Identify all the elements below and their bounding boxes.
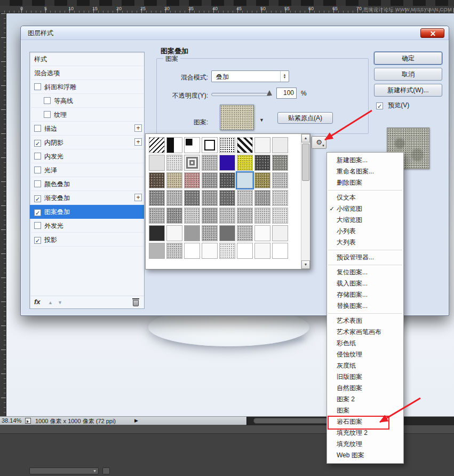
menu-item[interactable]: 大缩览图 bbox=[327, 215, 403, 226]
scroll-down-icon[interactable]: ▼ bbox=[301, 260, 310, 269]
new-style-button[interactable]: 新建样式(W)... bbox=[374, 84, 442, 97]
pattern-swatch[interactable] bbox=[202, 225, 218, 241]
menu-item[interactable]: ✓小缩览图 bbox=[327, 203, 403, 215]
style-checkbox[interactable] bbox=[34, 222, 41, 229]
style-item[interactable]: 等高线 bbox=[30, 94, 144, 108]
pattern-swatch[interactable] bbox=[219, 225, 235, 241]
pattern-swatch[interactable] bbox=[272, 208, 288, 224]
add-effect-button[interactable]: + bbox=[134, 138, 142, 146]
pattern-swatch[interactable] bbox=[184, 243, 200, 259]
pattern-swatch[interactable] bbox=[237, 172, 253, 188]
trash-icon[interactable] bbox=[133, 300, 139, 306]
menu-item[interactable]: 艺术家画笔画布 bbox=[327, 327, 403, 338]
pattern-swatch[interactable] bbox=[166, 243, 182, 259]
pattern-swatch[interactable] bbox=[237, 155, 253, 171]
menu-item[interactable]: 灰度纸 bbox=[327, 360, 403, 371]
pattern-swatch[interactable] bbox=[219, 190, 235, 206]
style-item[interactable]: ✓投影 bbox=[30, 233, 144, 247]
opacity-input[interactable]: 100 bbox=[276, 88, 297, 99]
menu-item[interactable]: 复位图案... bbox=[327, 267, 403, 278]
pattern-swatch[interactable] bbox=[254, 190, 270, 206]
pattern-swatch[interactable] bbox=[272, 243, 288, 259]
style-checkbox[interactable]: ✓ bbox=[34, 140, 41, 147]
pattern-swatch[interactable] bbox=[149, 155, 165, 171]
style-checkbox[interactable] bbox=[34, 166, 41, 173]
pattern-swatch[interactable] bbox=[219, 208, 235, 224]
pattern-swatch[interactable] bbox=[166, 172, 182, 188]
pattern-swatch[interactable] bbox=[149, 208, 165, 224]
document-info[interactable]: 1000 像素 x 1000 像素 (72 ppi) bbox=[35, 417, 116, 425]
menu-item[interactable]: 小列表 bbox=[327, 226, 403, 237]
scroll-thumb[interactable] bbox=[302, 144, 309, 181]
pattern-swatch[interactable] bbox=[219, 172, 235, 188]
menu-item[interactable]: 新建图案... bbox=[327, 155, 403, 166]
add-effect-button[interactable]: + bbox=[134, 194, 142, 201]
menu-item[interactable]: 重命名图案... bbox=[327, 166, 403, 177]
style-item[interactable]: 斜面和浮雕 bbox=[30, 80, 144, 94]
style-checkbox[interactable]: ✓ bbox=[34, 195, 41, 202]
move-down-button[interactable]: ▼ bbox=[58, 300, 62, 305]
pattern-swatch[interactable] bbox=[272, 172, 288, 188]
menu-item[interactable]: 大列表 bbox=[327, 237, 403, 248]
pattern-swatch[interactable] bbox=[237, 137, 253, 153]
pattern-swatch[interactable] bbox=[237, 190, 253, 206]
menu-item[interactable]: 侵蚀纹理 bbox=[327, 349, 403, 360]
pattern-swatch[interactable] bbox=[149, 243, 165, 259]
menu-item[interactable]: 载入图案... bbox=[327, 278, 403, 289]
menu-item[interactable]: 填充纹理 2 bbox=[327, 427, 403, 439]
menu-item[interactable]: 填充纹理 bbox=[327, 439, 403, 450]
pattern-swatch[interactable] bbox=[166, 155, 182, 171]
menu-item[interactable]: 彩色纸 bbox=[327, 338, 403, 349]
menu-item[interactable]: 删除图案 bbox=[327, 177, 403, 188]
style-item[interactable]: 描边+ bbox=[30, 122, 144, 136]
close-button[interactable] bbox=[420, 28, 444, 38]
status-arrow-icon[interactable]: ▶ bbox=[134, 418, 138, 423]
style-checkbox[interactable] bbox=[44, 111, 51, 118]
menu-item[interactable]: 岩石图案 bbox=[327, 416, 403, 427]
pattern-swatch[interactable] bbox=[184, 137, 200, 153]
pattern-thumbnail[interactable] bbox=[220, 105, 254, 130]
style-item[interactable]: 混合选项 bbox=[30, 66, 144, 80]
popup-scrollbar[interactable]: ▲ ▼ bbox=[301, 134, 310, 269]
style-item[interactable]: 样式 bbox=[30, 52, 144, 66]
pattern-swatch[interactable] bbox=[149, 137, 165, 153]
pattern-swatch[interactable] bbox=[272, 137, 288, 153]
pattern-swatch[interactable] bbox=[272, 225, 288, 241]
style-item[interactable]: 内发光 bbox=[30, 149, 144, 163]
scroll-up-icon[interactable]: ▲ bbox=[301, 134, 310, 142]
pattern-swatch[interactable] bbox=[219, 155, 235, 171]
pattern-swatch[interactable] bbox=[184, 155, 200, 171]
pattern-swatch[interactable] bbox=[184, 172, 200, 188]
style-item[interactable]: ✓图案叠加 bbox=[30, 205, 144, 219]
pattern-swatch[interactable] bbox=[254, 208, 270, 224]
pattern-swatch[interactable] bbox=[272, 190, 288, 206]
style-checkbox[interactable]: ✓ bbox=[34, 209, 41, 216]
style-checkbox[interactable] bbox=[44, 97, 51, 104]
style-checkbox[interactable] bbox=[34, 180, 41, 187]
cancel-button[interactable]: 取消 bbox=[374, 68, 442, 81]
pattern-swatch[interactable] bbox=[254, 243, 270, 259]
menu-item[interactable]: Web 图案 bbox=[327, 450, 403, 461]
preview-checkbox[interactable]: ✓ bbox=[376, 102, 383, 109]
pattern-swatch[interactable] bbox=[219, 243, 235, 259]
style-checkbox[interactable]: ✓ bbox=[34, 237, 41, 244]
pattern-swatch[interactable] bbox=[184, 225, 200, 241]
pattern-swatch[interactable] bbox=[202, 137, 218, 153]
pattern-swatch[interactable] bbox=[202, 172, 218, 188]
timeline-button[interactable] bbox=[102, 467, 110, 474]
style-item[interactable]: ✓内阴影+ bbox=[30, 136, 144, 149]
pattern-swatch[interactable] bbox=[166, 208, 182, 224]
pattern-swatch[interactable] bbox=[219, 137, 235, 153]
menu-item[interactable]: 旧版图案 bbox=[327, 371, 403, 383]
zoom-level[interactable]: 38.14% bbox=[2, 417, 21, 424]
style-checkbox[interactable] bbox=[34, 83, 41, 90]
pattern-swatch[interactable] bbox=[202, 155, 218, 171]
timeline-dropdown[interactable]: ▼ bbox=[29, 467, 99, 474]
menu-item[interactable]: 图案 bbox=[327, 405, 403, 416]
style-item[interactable]: ✓渐变叠加+ bbox=[30, 191, 144, 205]
preview-checkbox-row[interactable]: ✓ 预览(V) bbox=[376, 101, 409, 110]
pattern-swatch[interactable] bbox=[237, 208, 253, 224]
opacity-slider[interactable] bbox=[211, 90, 271, 98]
menu-item[interactable]: 自然图案 bbox=[327, 383, 403, 394]
slider-track[interactable] bbox=[211, 93, 271, 96]
